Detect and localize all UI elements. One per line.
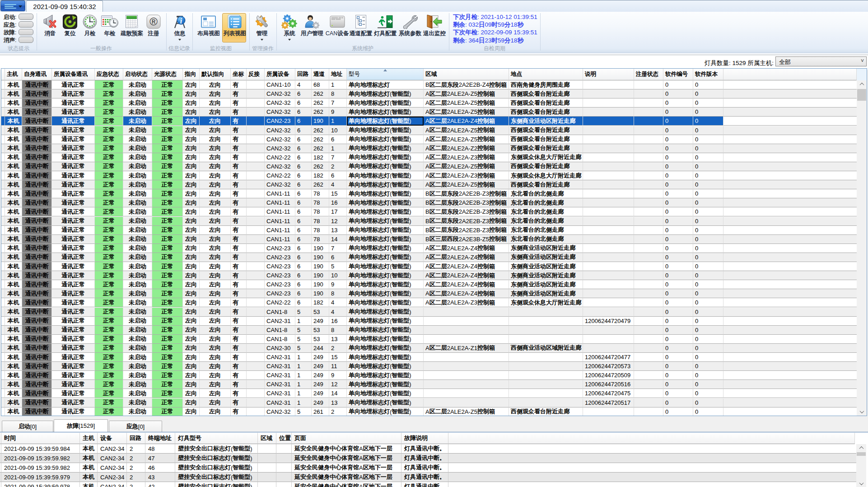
svg-text:i: i	[180, 17, 182, 25]
svg-text:®: ®	[149, 15, 158, 28]
